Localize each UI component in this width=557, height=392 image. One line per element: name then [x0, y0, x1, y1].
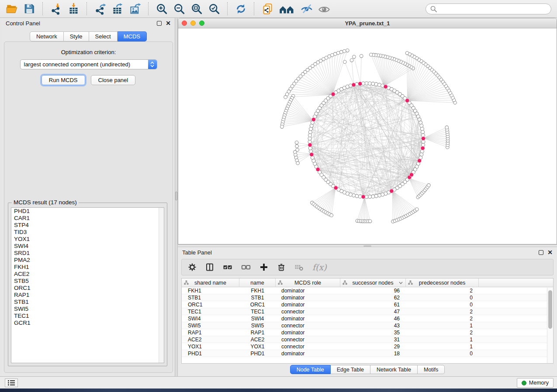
- zoom-selected-button[interactable]: [207, 2, 221, 16]
- zoom-fit-button[interactable]: [189, 2, 204, 16]
- table-cell: STB1: [239, 295, 276, 301]
- mcds-result-item[interactable]: ORC1: [11, 285, 164, 292]
- table-cell: dominator: [276, 330, 340, 336]
- table-cell: 2: [406, 330, 479, 336]
- eye-slash-icon: [301, 3, 313, 15]
- control-panel-title: Control Panel: [6, 20, 40, 27]
- control-panel: Control Panel ✕ Network Style Select MCD…: [2, 18, 175, 376]
- mcds-result-item[interactable]: GCR1: [11, 320, 164, 327]
- table-row[interactable]: TEC1TEC1connector472: [182, 308, 553, 315]
- table-row[interactable]: STB1STB1dominator620: [182, 294, 553, 301]
- tab-node-table[interactable]: Node Table: [290, 365, 331, 374]
- mcds-result-item[interactable]: FKH1: [11, 264, 164, 271]
- open-file-button[interactable]: [4, 2, 19, 16]
- zoom-in-icon: [156, 3, 168, 15]
- splitter-handle[interactable]: [363, 245, 371, 247]
- table-cell: YOX1: [182, 344, 239, 350]
- delete-columns-icon[interactable]: [277, 263, 286, 272]
- table-row[interactable]: PHD1PHD1dominator180: [182, 350, 553, 357]
- mcds-result-item[interactable]: SWI5: [11, 306, 164, 313]
- apply-layout-button[interactable]: [233, 2, 248, 16]
- table-row[interactable]: YOX1YOX1connector291: [182, 343, 553, 350]
- list-scrollbar[interactable]: [159, 208, 164, 363]
- table-scrollbar[interactable]: [547, 288, 553, 363]
- search-input[interactable]: [439, 6, 547, 12]
- list-icon: [7, 380, 15, 386]
- table-row[interactable]: ORC1ORC1dominator610: [182, 301, 553, 308]
- toolbar-separator: [42, 2, 43, 15]
- export-network-button[interactable]: [93, 2, 107, 16]
- mcds-result-item[interactable]: PHD1: [11, 208, 164, 215]
- float-panel-icon[interactable]: [539, 250, 543, 255]
- mcds-result-item[interactable]: YOX1: [11, 236, 164, 243]
- tab-mcds[interactable]: MCDS: [118, 31, 147, 41]
- network-canvas[interactable]: [178, 28, 557, 244]
- export-image-icon: [129, 3, 141, 15]
- function-builder-icon: f(x): [312, 262, 327, 272]
- network-home-button[interactable]: [277, 2, 297, 16]
- memory-button[interactable]: Memory: [517, 378, 554, 388]
- table-row[interactable]: FKH1FKH1dominator962: [182, 287, 553, 294]
- tab-edge-table[interactable]: Edge Table: [331, 365, 370, 374]
- tab-network-table[interactable]: Network Table: [370, 365, 418, 374]
- search-icon: [430, 6, 437, 12]
- mcds-result-item[interactable]: STB1: [11, 299, 164, 306]
- mcds-result-item[interactable]: PMA2: [11, 257, 164, 264]
- mcds-result-item[interactable]: RAP1: [11, 292, 164, 299]
- close-panel-button[interactable]: Close panel: [91, 75, 136, 85]
- export-image-button[interactable]: [128, 2, 142, 16]
- birds-eye-view-button[interactable]: [317, 2, 332, 16]
- mcds-result-item[interactable]: ACE2: [11, 271, 164, 278]
- column-header-name[interactable]: name: [239, 279, 276, 287]
- show-log-button[interactable]: [5, 378, 18, 387]
- show-columns-icon[interactable]: [205, 263, 214, 272]
- panel-splitter-vertical[interactable]: [175, 18, 178, 376]
- close-panel-icon[interactable]: ✕: [547, 250, 553, 255]
- column-header-MCDS-role[interactable]: MCDS role: [276, 279, 340, 287]
- table-cell: 0: [406, 295, 479, 301]
- scrollbar-thumb[interactable]: [548, 290, 552, 329]
- network-window-titlebar[interactable]: YPA_prune.txt_1: [178, 18, 557, 28]
- float-panel-icon[interactable]: [157, 21, 162, 26]
- criterion-dropdown[interactable]: largest connected component (undirected): [20, 59, 157, 69]
- zoom-out-button[interactable]: [172, 2, 187, 16]
- export-table-button[interactable]: [110, 2, 125, 16]
- tab-select[interactable]: Select: [89, 31, 118, 41]
- splitter-handle[interactable]: [175, 192, 177, 200]
- column-header-predecessor-nodes[interactable]: predecessor nodes: [406, 279, 479, 287]
- mcds-result-list[interactable]: PHD1CAR1STP4TID3YOX1SWI4SRD1PMA2FKH1ACE2…: [11, 207, 164, 363]
- table-mode-gear-icon[interactable]: [188, 263, 197, 272]
- mcds-result-item[interactable]: STB5: [11, 278, 164, 285]
- table-row[interactable]: RAP1RAP1dominator352: [182, 329, 553, 336]
- run-mcds-button[interactable]: Run MCDS: [42, 75, 85, 85]
- import-network-button[interactable]: [48, 2, 63, 16]
- table-row[interactable]: ACE2ACE2connector311: [182, 336, 553, 343]
- table-cell: 2: [406, 316, 479, 322]
- column-header-shared-name[interactable]: shared name: [182, 279, 239, 287]
- mcds-result-item[interactable]: TID3: [11, 229, 164, 236]
- main-toolbar: [0, 0, 557, 18]
- table-row[interactable]: SWI4SWI4dominator462: [182, 315, 553, 322]
- select-all-rows-icon[interactable]: [223, 263, 232, 272]
- table-row[interactable]: SWI5SWI5connector431: [182, 322, 553, 329]
- mcds-result-item[interactable]: CAR1: [11, 215, 164, 222]
- clone-network-button[interactable]: [260, 2, 275, 16]
- tab-style[interactable]: Style: [64, 31, 89, 41]
- import-table-button[interactable]: [66, 2, 81, 16]
- mcds-result-item[interactable]: SRD1: [11, 250, 164, 257]
- zoom-in-button[interactable]: [154, 2, 169, 16]
- save-session-button[interactable]: [22, 2, 37, 16]
- search-field[interactable]: [426, 3, 551, 14]
- mcds-result-item[interactable]: TEC1: [11, 313, 164, 320]
- tab-network[interactable]: Network: [30, 31, 64, 41]
- mcds-result-item[interactable]: STP4: [11, 222, 164, 229]
- deselect-all-rows-icon[interactable]: [241, 263, 251, 272]
- column-header-successor-nodes[interactable]: successor nodes: [340, 279, 406, 287]
- close-panel-icon[interactable]: ✕: [166, 21, 171, 26]
- create-column-icon[interactable]: [259, 263, 268, 272]
- hide-graphics-details-button[interactable]: [299, 2, 314, 16]
- mcds-result-item[interactable]: SWI4: [11, 243, 164, 250]
- tab-motifs[interactable]: Motifs: [418, 365, 445, 374]
- table-cell: dominator: [276, 302, 340, 308]
- table-cell: 47: [340, 309, 406, 315]
